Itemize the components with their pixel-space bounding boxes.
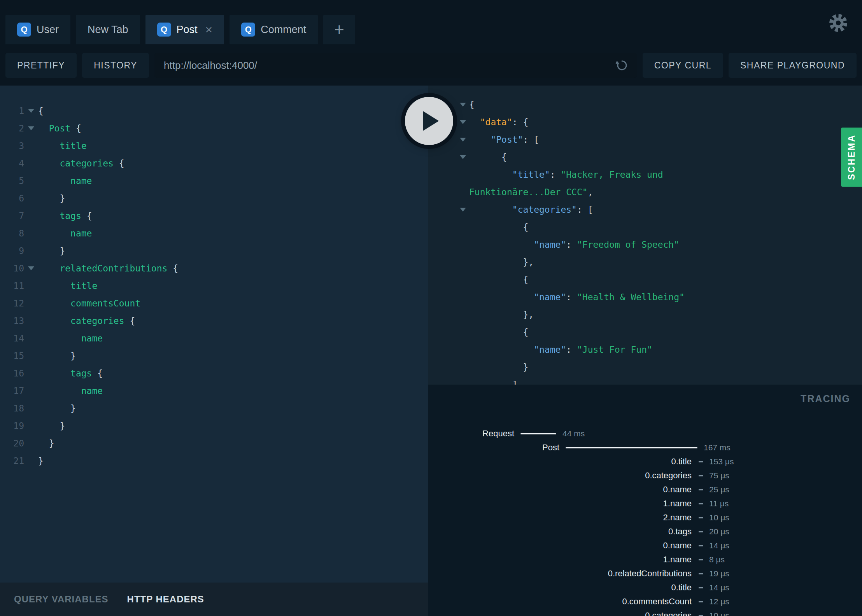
- code-text: "name": "Just For Fun": [469, 345, 652, 355]
- tracing-row: Post167 ms: [428, 441, 862, 455]
- fold-arrow-icon[interactable]: [24, 109, 38, 113]
- code-token: name: [38, 386, 103, 396]
- tracing-duration: 20 μs: [709, 527, 729, 536]
- query-line[interactable]: 16 tags {: [0, 364, 428, 382]
- prettify-button[interactable]: PRETTIFY: [5, 53, 77, 78]
- code-text: }: [38, 421, 65, 431]
- code-token: : [: [523, 135, 539, 145]
- code-text: "name": "Health & Wellbeing": [469, 292, 685, 302]
- query-line[interactable]: 19 }: [0, 417, 428, 434]
- code-token: [469, 240, 534, 250]
- code-token: "name": [534, 292, 566, 302]
- add-tab-button[interactable]: +: [323, 15, 355, 44]
- code-token: "Post": [491, 135, 523, 145]
- tracing-panel: TRACING Request44 msPost167 ms0.title153…: [428, 385, 862, 616]
- line-number: 15: [0, 351, 24, 361]
- query-line[interactable]: 12 commentsCount: [0, 294, 428, 312]
- tracing-duration: 25 μs: [709, 485, 729, 494]
- fold-arrow-icon[interactable]: [428, 208, 469, 212]
- query-line[interactable]: 8 name: [0, 224, 428, 242]
- code-token: title: [38, 141, 87, 151]
- fold-arrow-icon[interactable]: [24, 266, 38, 270]
- endpoint-url-input[interactable]: [154, 53, 637, 78]
- response-line: ],: [428, 376, 862, 385]
- line-number: 1: [0, 106, 24, 116]
- query-line[interactable]: 3 title: [0, 137, 428, 154]
- copy-curl-button[interactable]: COPY CURL: [643, 53, 723, 78]
- query-variables-toggle[interactable]: QUERY VARIABLES: [14, 594, 109, 605]
- query-line[interactable]: 17 name: [0, 382, 428, 399]
- tab-new-tab[interactable]: New Tab: [76, 15, 140, 44]
- query-line[interactable]: 15 }: [0, 347, 428, 364]
- execute-query-button[interactable]: [405, 97, 453, 145]
- code-token: Funktionäre...Der CCC": [469, 187, 588, 197]
- tracing-duration: 19 μs: [709, 569, 729, 578]
- query-line[interactable]: 13 categories {: [0, 312, 428, 329]
- query-line[interactable]: 2 Post {: [0, 119, 428, 137]
- schema-tab-label: SCHEMA: [846, 134, 857, 180]
- history-button[interactable]: HISTORY: [82, 53, 149, 78]
- query-line[interactable]: 9 }: [0, 242, 428, 259]
- tab-label: Comment: [261, 24, 306, 36]
- tracing-duration: 167 ms: [704, 443, 731, 452]
- schema-tab-button[interactable]: SCHEMA: [841, 128, 862, 187]
- query-line[interactable]: 1{: [0, 102, 428, 119]
- plus-icon: +: [334, 21, 344, 38]
- code-text: }: [38, 403, 76, 413]
- code-token: {: [469, 275, 528, 285]
- http-headers-toggle[interactable]: HTTP HEADERS: [127, 594, 204, 605]
- duration-dash-icon: [699, 601, 703, 602]
- query-line[interactable]: 14 name: [0, 329, 428, 347]
- tracing-row: 2.name10 μs: [428, 511, 862, 525]
- query-line[interactable]: 5 name: [0, 172, 428, 189]
- code-token: [469, 205, 512, 215]
- code-text: name: [38, 333, 103, 343]
- query-line[interactable]: 4 categories {: [0, 154, 428, 172]
- share-playground-button[interactable]: SHARE PLAYGROUND: [729, 53, 857, 78]
- response-line: },: [428, 253, 862, 271]
- reload-schema-icon[interactable]: [615, 59, 629, 72]
- toolbar: PRETTIFY HISTORY COPY CURL SHARE PLAYGRO…: [0, 53, 862, 78]
- code-text: Funktionäre...Der CCC",: [469, 187, 593, 197]
- code-text: ],: [469, 380, 523, 385]
- fold-triangle: [28, 109, 34, 113]
- line-number: 17: [0, 386, 24, 396]
- query-line[interactable]: 10 relatedContributions {: [0, 259, 428, 277]
- fold-triangle: [460, 103, 466, 107]
- fold-arrow-icon[interactable]: [24, 126, 38, 130]
- code-token: }: [38, 403, 76, 413]
- query-editor-pane[interactable]: 1{2 Post {3 title4 categories {5 name6 }…: [0, 86, 428, 616]
- query-line[interactable]: 21}: [0, 452, 428, 469]
- tab-user[interactable]: Q User: [5, 15, 70, 44]
- tracing-row: 1.name11 μs: [428, 497, 862, 511]
- query-editor-lines: 1{2 Post {3 title4 categories {5 name6 }…: [0, 102, 428, 469]
- duration-dash-icon: [699, 545, 703, 546]
- tracing-row: 0.categories75 μs: [428, 469, 862, 483]
- query-line[interactable]: 11 title: [0, 277, 428, 294]
- tracing-label: 0.title: [428, 583, 692, 593]
- tab-label: New Tab: [88, 24, 128, 36]
- code-token: {: [130, 316, 135, 326]
- code-token: name: [38, 333, 103, 343]
- code-token: :: [566, 345, 577, 355]
- code-text: relatedContributions {: [38, 263, 178, 273]
- query-line[interactable]: 20 }: [0, 434, 428, 452]
- code-token: "Hacker, Freaks und: [561, 170, 663, 180]
- code-token: "Just For Fun": [577, 345, 652, 355]
- settings-gear-icon[interactable]: [828, 12, 849, 33]
- code-text: "data": {: [469, 117, 528, 127]
- query-line[interactable]: 7 tags {: [0, 207, 428, 224]
- code-text: "categories": [: [469, 205, 593, 215]
- code-token: {: [76, 123, 81, 133]
- query-line[interactable]: 18 }: [0, 399, 428, 417]
- line-number: 21: [0, 456, 24, 466]
- code-text: categories {: [38, 158, 124, 168]
- tracing-rows: Request44 msPost167 ms0.title153 μs0.cat…: [428, 427, 862, 616]
- fold-triangle: [460, 208, 466, 212]
- tab-post[interactable]: Q Post ×: [145, 15, 224, 44]
- tab-comment[interactable]: Q Comment: [230, 15, 318, 44]
- line-number: 11: [0, 281, 24, 291]
- close-tab-icon[interactable]: ×: [205, 23, 213, 36]
- query-line[interactable]: 6 }: [0, 189, 428, 207]
- fold-arrow-icon[interactable]: [428, 155, 469, 159]
